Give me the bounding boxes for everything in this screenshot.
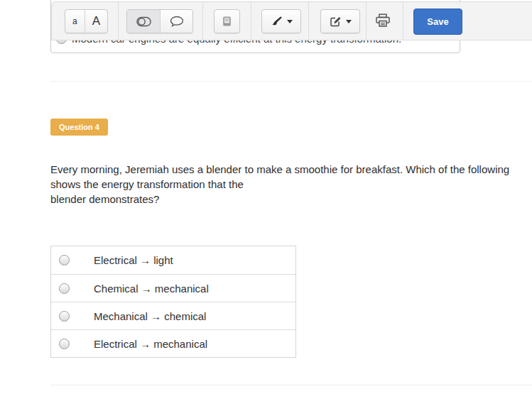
large-a-label: A: [92, 14, 100, 28]
radio-button[interactable]: [59, 339, 70, 349]
book-icon: [222, 16, 232, 27]
radio-button[interactable]: [59, 255, 70, 265]
section-divider: [50, 81, 532, 82]
brush-dropdown-button[interactable]: [261, 9, 301, 33]
question-number-badge: Question 4: [50, 119, 108, 136]
question-prompt-line: blender demonstrates?: [50, 192, 514, 207]
answer-option-row[interactable]: Chemical → mechanical: [51, 274, 295, 302]
text-size-button-group: a A: [65, 9, 108, 33]
toolbar-divider: [202, 2, 203, 40]
toggle-icon: [136, 16, 151, 27]
answer-options-list: Electrical → light Chemical → mechanical…: [50, 246, 296, 358]
book-button[interactable]: [214, 9, 240, 33]
radio-button[interactable]: [59, 311, 70, 322]
question-prompt: Every morning, Jeremiah uses a blender t…: [50, 162, 514, 207]
toolbar-divider: [251, 2, 251, 40]
print-button[interactable]: [375, 13, 391, 28]
brush-icon: [271, 16, 283, 27]
speech-bubble-icon: [170, 16, 184, 27]
edit-square-icon: [330, 16, 342, 28]
toolbar-divider: [308, 2, 309, 40]
toggle-comment-button-group: [126, 9, 193, 33]
chevron-down-icon: [346, 20, 352, 23]
formatting-toolbar: a A: [51, 1, 532, 40]
question-prompt-line: Every morning, Jeremiah uses a blender t…: [50, 162, 514, 192]
toggle-button[interactable]: [127, 10, 160, 33]
radio-button[interactable]: [59, 283, 70, 294]
text-large-button[interactable]: A: [85, 10, 107, 33]
answer-option-label: Electrical → mechanical: [94, 338, 207, 350]
section-divider: [50, 385, 532, 385]
toolbar-divider: [366, 2, 367, 40]
save-button[interactable]: Save: [413, 9, 462, 35]
answer-option-label: Chemical → mechanical: [94, 283, 209, 295]
comment-button[interactable]: [160, 10, 192, 33]
text-small-button[interactable]: a: [65, 10, 85, 33]
small-a-label: a: [72, 16, 77, 26]
answer-option-label: Electrical → light: [94, 254, 173, 266]
printer-icon: [375, 13, 391, 28]
answer-option-row[interactable]: Electrical → light: [51, 246, 295, 274]
edit-dropdown-button[interactable]: [320, 9, 360, 33]
chevron-down-icon: [287, 20, 293, 23]
answer-option-row[interactable]: Electrical → mechanical: [51, 329, 295, 357]
answer-option-label: Mechanical → chemical: [94, 310, 206, 322]
toolbar-divider: [118, 2, 119, 40]
toolbar-divider: [403, 2, 403, 40]
answer-option-row[interactable]: Mechanical → chemical: [51, 302, 295, 329]
